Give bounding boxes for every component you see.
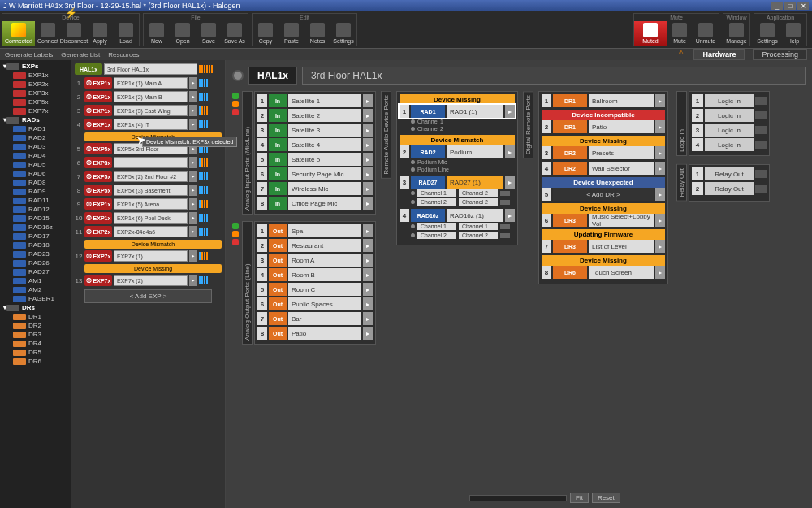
port-row[interactable]: 8InOffice Page Mic▸ [257, 197, 373, 210]
device-name-field[interactable]: 3rd Floor HAL1x [302, 67, 806, 85]
chevron-right-icon[interactable]: ▸ [363, 297, 373, 310]
port-field[interactable]: Spa [288, 224, 361, 237]
tree-item[interactable]: EXP3x [2, 89, 69, 98]
chevron-right-icon[interactable]: ▸ [363, 153, 373, 166]
port-field[interactable]: Security Page Mic [288, 167, 361, 180]
saveas-button[interactable]: Save As [222, 21, 248, 46]
port-field[interactable]: Office Page Mic [288, 197, 361, 210]
chevron-right-icon[interactable]: ▸ [655, 162, 665, 175]
tree-item[interactable]: EXP7x [2, 106, 69, 115]
logic-row[interactable]: 1Logic In [692, 94, 767, 107]
new-button[interactable]: New [144, 21, 170, 46]
tree-item[interactable]: RAD5 [2, 160, 69, 169]
dr-field[interactable]: Presets [589, 146, 654, 159]
port-field[interactable]: Patio [288, 327, 361, 340]
connect-button[interactable]: Connect [35, 21, 61, 46]
exp-row[interactable]: 9⦿ EXP1xEXP1x (5) Arena▸ [75, 198, 222, 210]
tree-item[interactable]: RAD27 [2, 267, 69, 276]
dr-field[interactable]: Patio [589, 120, 654, 133]
h-scrollbar[interactable] [469, 495, 567, 501]
tree-item[interactable]: RAD8 [2, 178, 69, 187]
port-row[interactable]: 1InSatellite 1▸ [257, 94, 373, 107]
chevron-right-icon[interactable]: ▸ [655, 240, 665, 253]
chevron-right-icon[interactable]: ▸ [505, 145, 515, 158]
tree-item[interactable]: RAD12 [2, 205, 69, 214]
tree-rads[interactable]: ▾ RADs [2, 115, 69, 124]
logic-row[interactable]: 2Logic In [692, 109, 767, 122]
port-row[interactable]: 5OutRoom C▸ [257, 283, 373, 296]
minimize-button[interactable]: _ [771, 2, 783, 10]
close-button[interactable]: ✕ [797, 2, 809, 10]
exp-row[interactable]: 7⦿ EXP5xEXP5x (2) 2nd Floor #2▸ [75, 171, 222, 182]
port-field[interactable]: Satellite 2 [288, 109, 361, 122]
tree-item[interactable]: RAD18 [2, 241, 69, 250]
port-row[interactable]: 7InWireless Mic▸ [257, 182, 373, 195]
app-settings-button[interactable]: Settings [754, 21, 780, 46]
port-field[interactable]: Public Spaces [288, 297, 361, 310]
tree-item[interactable]: EXP1x [2, 71, 69, 80]
chevron-right-icon[interactable]: ▸ [189, 91, 197, 102]
exp-row[interactable]: 4⦿ EXP1xEXP1x (4) IT▸ [75, 119, 222, 130]
rad-field[interactable]: Podium [447, 145, 503, 158]
tree-exps[interactable]: ▾ EXPs [2, 62, 69, 71]
tree-item[interactable]: RAD16z [2, 223, 69, 232]
port-field[interactable]: Restaurant [288, 239, 361, 252]
tree-item[interactable]: RAD2 [2, 133, 69, 142]
dr-header[interactable]: 5< Add DR >▸ [542, 188, 665, 201]
dr-field[interactable]: Music Select+Lobby Vol [589, 214, 654, 227]
relay-field[interactable]: Relay Out [705, 182, 754, 195]
chevron-right-icon[interactable]: ▸ [655, 94, 665, 107]
port-row[interactable]: 3InSatellite 3▸ [257, 124, 373, 137]
muted-button[interactable]: Muted [634, 21, 667, 46]
logic-row[interactable]: 3Logic In [692, 124, 767, 137]
port-row[interactable]: 4InSatellite 4▸ [257, 138, 373, 151]
exp-row[interactable]: 2⦿ EXP1xEXP1x (2) Main B▸ [75, 91, 222, 102]
logic-field[interactable]: Logic In [705, 138, 754, 151]
port-field[interactable]: Satellite 4 [288, 138, 361, 151]
relay-row[interactable]: 2Relay Out [692, 182, 767, 195]
tree-item[interactable]: DR2 [2, 321, 69, 330]
rad-header[interactable]: 2RAD2Podium▸ [400, 145, 515, 158]
exp-field[interactable]: EXP1x (2) Main B [114, 91, 188, 102]
port-field[interactable]: Satellite 5 [288, 153, 361, 166]
tree-item[interactable]: DR6 [2, 357, 69, 366]
tree-item[interactable]: RAD15 [2, 214, 69, 223]
chevron-right-icon[interactable]: ▸ [189, 157, 197, 168]
exp-row[interactable]: 1⦿ EXP1xEXP1x (1) Main A▸ [75, 77, 222, 89]
chevron-right-icon[interactable]: ▸ [363, 109, 373, 122]
disconnect-button[interactable]: Disconnect [61, 21, 87, 46]
tree-item[interactable]: EXP2x [2, 80, 69, 89]
chevron-right-icon[interactable]: ▸ [655, 120, 665, 133]
tree-item[interactable]: RAD6 [2, 169, 69, 178]
dr-header[interactable]: 6DR3Music Select+Lobby Vol▸ [542, 214, 665, 227]
generate-list-link[interactable]: Generate List [61, 51, 100, 59]
tree-item[interactable]: RAD11 [2, 196, 69, 205]
chevron-right-icon[interactable]: ▸ [655, 146, 665, 159]
maximize-button[interactable]: □ [784, 2, 796, 10]
port-field[interactable]: Satellite 3 [288, 124, 361, 137]
chevron-right-icon[interactable]: ▸ [363, 268, 373, 281]
chevron-right-icon[interactable]: ▸ [363, 224, 373, 237]
port-field[interactable]: Satellite 1 [288, 94, 361, 107]
copy-button[interactable]: Copy [253, 21, 279, 46]
rad-header[interactable]: 3RAD27RAD27 (1)▸ [400, 176, 515, 189]
exp-row[interactable]: 6⦿ EXP3x▸ [75, 157, 222, 168]
exp-field[interactable]: EXP1x (4) IT [114, 119, 188, 130]
chevron-right-icon[interactable]: ▸ [363, 124, 373, 137]
unmute-button[interactable]: Unmute [693, 21, 719, 46]
exp-field[interactable]: EXP5x (3) Basement [114, 185, 188, 196]
port-field[interactable]: Wireless Mic [288, 182, 361, 195]
alert-icon[interactable] [678, 49, 685, 60]
chevron-right-icon[interactable]: ▸ [189, 119, 197, 130]
dr-header[interactable]: 3DR2Presets▸ [542, 146, 665, 159]
apply-button[interactable]: Apply [87, 21, 113, 46]
help-button[interactable]: Help [780, 21, 806, 46]
rad-field[interactable]: RAD1 (1) [447, 105, 503, 118]
exp-field[interactable]: EXP1x (1) Main A [114, 77, 188, 89]
port-field[interactable]: Room C [288, 283, 361, 296]
port-row[interactable]: 3OutRoom A▸ [257, 254, 373, 267]
relay-row[interactable]: 1Relay Out [692, 167, 767, 180]
logic-field[interactable]: Logic In [705, 109, 754, 122]
chevron-right-icon[interactable]: ▸ [363, 327, 373, 340]
load-button[interactable]: Load [113, 21, 139, 46]
